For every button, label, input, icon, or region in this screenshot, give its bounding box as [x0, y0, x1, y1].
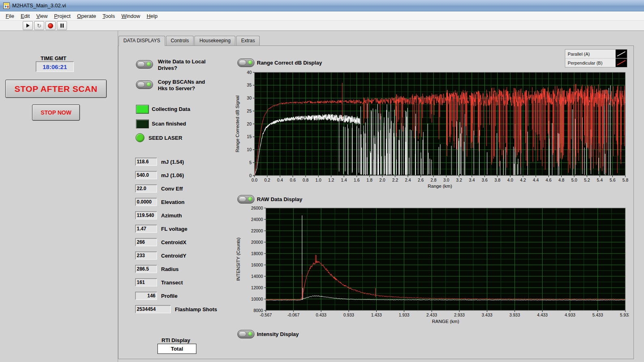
time-gmt-display: 18:06:21	[36, 61, 74, 72]
field-transect: 161Transect	[135, 278, 183, 286]
legend-perpendicular-b-line-sample	[616, 59, 627, 67]
mj-1-54-value: 118.6	[135, 158, 157, 166]
field-centroidy: 233CentroidY	[135, 251, 186, 260]
menu-view[interactable]: View	[33, 12, 51, 20]
legend-parallel-a[interactable]: Parallel (A)	[565, 50, 627, 59]
chart-canvas: 0.00.20.40.60.81.01.21.41.61.82.02.22.42…	[233, 67, 629, 193]
svg-text:1.0: 1.0	[315, 178, 321, 182]
svg-text:1.2: 1.2	[328, 178, 334, 182]
svg-text:4.8: 4.8	[558, 178, 564, 182]
elevation-label: Elevation	[161, 199, 185, 205]
plot-legend: Parallel (A)Perpendicular (B)	[565, 49, 627, 67]
mj-1-54-label: mJ (1.54)	[161, 159, 184, 165]
svg-text:2.8: 2.8	[431, 178, 437, 182]
svg-text:3.4: 3.4	[469, 178, 475, 182]
svg-text:2.4: 2.4	[405, 178, 411, 182]
menu-tools[interactable]: Tools	[99, 12, 118, 20]
run-button[interactable]	[23, 21, 33, 30]
field-azimuth: 119.540Azimuth	[135, 211, 182, 219]
transect-label: Transect	[161, 280, 183, 286]
intensity-display-toggle[interactable]	[237, 330, 254, 338]
svg-text:4.2: 4.2	[520, 178, 526, 182]
svg-text:40: 40	[247, 70, 252, 75]
svg-text:24000: 24000	[251, 217, 263, 222]
tab-housekeeping[interactable]: Housekeeping	[194, 36, 235, 46]
abort-execution-button[interactable]	[45, 21, 56, 30]
svg-text:15: 15	[247, 134, 252, 139]
abort-icon	[48, 23, 53, 28]
svg-text:5.433: 5.433	[592, 312, 603, 317]
stop-now-button[interactable]: STOP NOW	[32, 104, 80, 121]
range-correct-toggle-label: Range Correct dB Display	[257, 60, 322, 66]
menu-file[interactable]: File	[2, 12, 17, 20]
intensity-display-toggle-label: Intensity Display	[257, 331, 299, 337]
menu-help[interactable]: Help	[143, 12, 161, 20]
centroidy-label: CentroidY	[161, 253, 186, 259]
conv-eff-value: 22.0	[135, 184, 157, 193]
svg-text:3.6: 3.6	[482, 178, 488, 182]
svg-text:0.0: 0.0	[252, 178, 258, 182]
menu-window[interactable]: Window	[118, 12, 143, 20]
centroidy-value: 233	[135, 251, 157, 260]
svg-text:1.933: 1.933	[399, 312, 409, 317]
svg-text:14000: 14000	[251, 274, 263, 279]
write-data-toggle[interactable]	[136, 60, 153, 69]
tab-strip: DATA DISPLAYSControlsHousekeepingExtras	[118, 36, 261, 46]
range-correct-toggle[interactable]	[237, 59, 254, 67]
svg-text:Range (km): Range (km)	[428, 184, 452, 189]
svg-text:5: 5	[249, 160, 252, 165]
elevation-value: 0.0000	[135, 198, 157, 206]
svg-text:Range Corrected dB Signal: Range Corrected dB Signal	[235, 95, 240, 152]
copy-bscans-toggle[interactable]	[136, 80, 153, 89]
stop-after-scan-button[interactable]: STOP AFTER SCAN	[5, 80, 107, 98]
legend-parallel-a-line-sample	[616, 50, 627, 58]
rti-display-select[interactable]: Total	[157, 344, 196, 354]
svg-text:26000: 26000	[251, 206, 263, 210]
svg-text:12000: 12000	[251, 285, 263, 290]
svg-text:2.933: 2.933	[454, 312, 465, 317]
svg-text:INTENSITY (Counts): INTENSITY (Counts)	[236, 237, 241, 281]
tab-extras[interactable]: Extras	[236, 36, 260, 46]
mj-1-06-label: mJ (1.06)	[161, 172, 184, 178]
transect-value: 161	[135, 278, 157, 286]
svg-text:RANGE (km): RANGE (km)	[432, 319, 459, 324]
svg-text:20: 20	[247, 121, 252, 126]
field-radius: 286.5Radius	[135, 265, 179, 273]
svg-text:16000: 16000	[251, 262, 263, 267]
field-mj-1-06: 540.0mJ (1.06)	[135, 171, 184, 179]
svg-text:-0.067: -0.067	[287, 312, 299, 317]
svg-text:20000: 20000	[251, 240, 263, 245]
run-continuously-button[interactable]: ↻	[34, 21, 44, 30]
legend-perpendicular-b[interactable]: Perpendicular (B)	[565, 59, 627, 67]
toolbar: ↻	[0, 21, 644, 31]
svg-text:2.6: 2.6	[418, 178, 424, 182]
seed-laser-led	[136, 133, 144, 142]
svg-text:4.0: 4.0	[507, 178, 513, 182]
svg-text:0.6: 0.6	[290, 178, 296, 182]
tab-data-displays[interactable]: DATA DISPLAYS	[118, 36, 165, 46]
tab-controls[interactable]: Controls	[166, 36, 194, 46]
menu-bar: FileEditViewProjectOperateToolsWindowHel…	[0, 11, 644, 21]
field-conv-eff: 22.0Conv Eff	[135, 184, 183, 193]
title-bar[interactable]: M2HATS_Main_3.02.vi	[0, 0, 644, 11]
profile-value: 146	[135, 292, 157, 300]
svg-text:1.433: 1.433	[371, 312, 381, 317]
pause-button[interactable]	[57, 21, 67, 30]
rti-display-label: RTI Display	[162, 337, 190, 343]
svg-text:30: 30	[247, 95, 252, 100]
menu-operate[interactable]: Operate	[74, 12, 99, 20]
svg-text:0.4: 0.4	[277, 178, 283, 182]
centroidx-value: 266	[135, 238, 157, 246]
labview-window: M2HATS_Main_3.02.vi FileEditViewProjectO…	[0, 0, 644, 362]
menu-edit[interactable]: Edit	[17, 12, 33, 20]
conv-eff-label: Conv Eff	[161, 186, 183, 192]
svg-text:5.4: 5.4	[597, 178, 603, 182]
svg-text:18000: 18000	[251, 251, 263, 256]
copy-bscans-label: Copy BSCANs and Hks to Server?	[158, 79, 209, 92]
azimuth-value: 119.540	[135, 211, 157, 219]
field-mj-1-54: 118.6mJ (1.54)	[135, 158, 184, 166]
svg-text:4.933: 4.933	[565, 312, 575, 317]
svg-text:0.8: 0.8	[303, 178, 309, 182]
radius-label: Radius	[161, 266, 179, 272]
menu-project[interactable]: Project	[51, 12, 73, 20]
